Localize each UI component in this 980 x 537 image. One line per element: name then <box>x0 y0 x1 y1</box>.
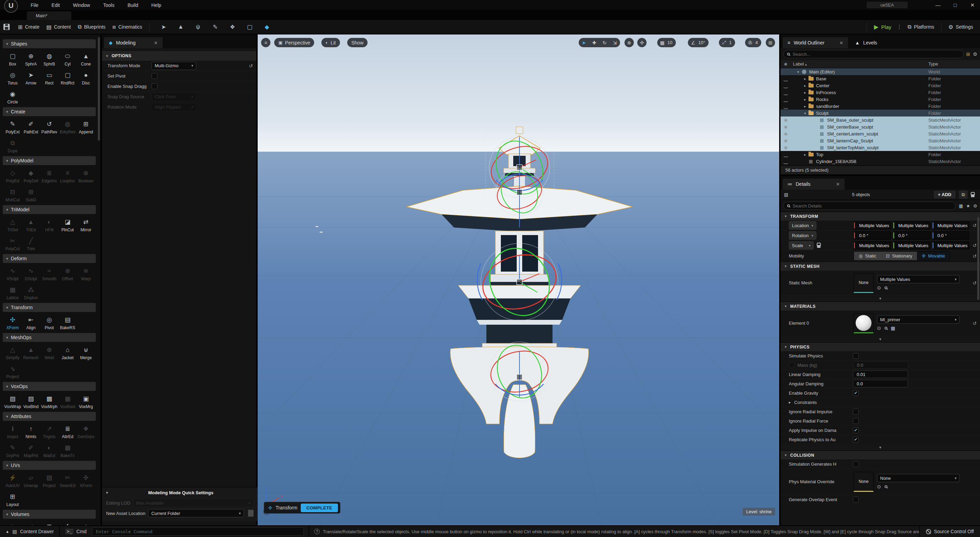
actor-label[interactable]: Top <box>814 152 928 157</box>
tool-rndrct[interactable]: ▢RndRct <box>59 71 77 86</box>
angle-snap-value[interactable]: 10° <box>698 40 709 45</box>
tab-world-outliner[interactable]: ≡ World Outliner ✕ <box>783 37 848 48</box>
tool-rect[interactable]: ▭Rect <box>40 71 58 86</box>
property-checkbox[interactable] <box>853 409 859 414</box>
chevron-down-icon[interactable]: ▾ <box>785 264 787 269</box>
tool-merge[interactable]: ⊎Merge <box>77 345 95 360</box>
material-dropdown[interactable]: MI_primer▾ <box>877 316 960 323</box>
visibility-eye-icon[interactable] <box>784 84 788 88</box>
tool-msh2col[interactable]: ✦Msh2Col <box>77 522 95 525</box>
level-viewport[interactable]: z x y ≡ ▣ Perspective ◐ Lit Show ➤ ✚ ↻ ⇲… <box>258 35 779 525</box>
actor-label[interactable]: sandBorder <box>814 104 928 109</box>
visibility-eye-icon[interactable] <box>784 145 788 150</box>
use-selected-icon[interactable]: ⊙ <box>877 285 881 290</box>
texture-checker-icon[interactable]: ▦ <box>891 325 895 331</box>
play-button[interactable]: ▶ Play <box>870 22 894 32</box>
section-expander[interactable]: ▾ <box>781 336 980 342</box>
palette-section-header[interactable]: ▾VoxOps <box>3 382 96 391</box>
tab-main-level[interactable]: Main* <box>27 11 71 20</box>
tool-pinspct[interactable]: ℹPInspct <box>59 522 77 525</box>
tool-circle[interactable]: ◉Circle <box>3 89 22 104</box>
outliner-row[interactable]: Top Folder <box>781 151 980 158</box>
tool-torus[interactable]: ◎Torus <box>3 71 22 86</box>
perspective-dropdown[interactable]: ▣ Perspective <box>274 38 314 47</box>
outliner-row[interactable]: Sculpt Folder <box>781 110 980 116</box>
tool-mirror[interactable]: ⇄Mirror <box>77 217 95 232</box>
menu-edit[interactable]: Edit <box>45 0 67 10</box>
tool-plncut[interactable]: ◪PlnCut <box>59 217 77 232</box>
property-checkbox[interactable] <box>853 353 859 359</box>
lock-icon[interactable] <box>971 194 975 197</box>
reset-icon[interactable]: ↺ <box>249 63 253 69</box>
outliner-row[interactable]: Base Folder <box>781 75 980 82</box>
palette-scrollbar[interactable] <box>98 37 100 141</box>
close-icon[interactable]: ✕ <box>836 182 840 187</box>
expand-arrow-icon[interactable] <box>804 104 806 108</box>
rotation-z-input[interactable]: 0.0 ° <box>932 231 970 239</box>
property-input[interactable]: 0.01 <box>853 371 908 378</box>
world-local-toggle-icon[interactable]: ⊕ <box>625 38 634 47</box>
visibility-eye-icon[interactable] <box>784 97 788 102</box>
use-selected-icon[interactable]: ⊙ <box>877 484 881 489</box>
tool-attred[interactable]: ≣AttrEd <box>59 424 77 439</box>
grid-snap-icon[interactable]: ▦ <box>657 38 668 47</box>
property-input[interactable]: 0.0 <box>853 380 908 387</box>
tab-modeling[interactable]: ◆ Modeling ✕ <box>104 37 162 48</box>
property-checkbox[interactable] <box>853 427 859 433</box>
actor-label[interactable]: Sculpt <box>814 111 928 116</box>
reset-icon[interactable]: ↺ <box>972 243 977 248</box>
view-mode-dropdown[interactable]: ◐ Lit <box>321 38 340 47</box>
static-mesh-dropdown[interactable]: Multiple Values▾ <box>877 275 960 283</box>
outliner-row[interactable]: ▤ SM_centerBase_sculpt StaticMeshActor <box>781 123 980 130</box>
visibility-eye-icon[interactable] <box>784 104 788 108</box>
palette-section-header[interactable]: ▾TriModel <box>3 205 96 214</box>
expand-arrow-icon[interactable] <box>804 84 806 88</box>
editor-mode-button[interactable]: ➤ <box>158 22 169 32</box>
close-button[interactable]: ✕ <box>965 1 980 10</box>
browse-icon[interactable] <box>885 485 887 488</box>
close-icon[interactable]: ✕ <box>840 40 843 46</box>
expand-arrow-icon[interactable] <box>804 91 806 94</box>
tool-sphra[interactable]: ⊕SphrA <box>22 52 40 67</box>
mobility-movable[interactable]: ✣Movable <box>917 252 950 260</box>
create-button[interactable]: ⊞ Create <box>14 22 43 32</box>
outliner-row[interactable]: ▤ SM_centerLantern_sculpt StaticMeshActo… <box>781 130 980 137</box>
location-x-input[interactable]: Multiple Values <box>854 221 891 229</box>
move-tool-icon[interactable]: ✚ <box>589 38 599 47</box>
minimize-button[interactable]: — <box>931 1 945 10</box>
visibility-eye-icon[interactable] <box>784 132 788 136</box>
chevron-down-icon[interactable]: ▾ <box>785 453 787 457</box>
outliner-row[interactable]: ▤ SM_lanternCap_Sculpt StaticMeshActor <box>781 137 980 144</box>
tool-voxblnd[interactable]: ▨VoxBlnd <box>22 394 40 409</box>
phys-material-thumbnail[interactable]: None <box>854 472 873 492</box>
section-expander[interactable]: ▾ <box>781 295 980 301</box>
scale-snap-icon[interactable]: ⤢ <box>719 38 729 47</box>
rotation-y-input[interactable]: 0.0 ° <box>893 231 931 239</box>
reset-icon[interactable]: ↺ <box>972 253 977 259</box>
tab-levels[interactable]: ▲ Levels <box>850 37 888 48</box>
palette-section-header[interactable]: ▾Deform <box>3 254 96 263</box>
actor-label[interactable]: SM_Base_outer_sculpt <box>825 118 928 123</box>
chevron-down-icon[interactable]: ▾ <box>785 304 787 309</box>
outliner-row[interactable]: sandBorder Folder <box>781 103 980 110</box>
rotation-dropdown[interactable]: Rotation▾ <box>789 231 816 239</box>
expand-arrow-icon[interactable] <box>804 77 806 81</box>
details-scrollbar[interactable] <box>977 217 979 300</box>
tool-arrow[interactable]: ➤Arrow <box>22 71 40 86</box>
scale-x-input[interactable]: Multiple Values <box>854 241 891 250</box>
folder-color-swatch[interactable] <box>248 510 253 517</box>
scale-z-input[interactable]: Multiple Values <box>932 241 970 250</box>
menu-build[interactable]: Build <box>121 0 145 10</box>
actor-label[interactable]: Main (Editor) <box>807 69 928 75</box>
scale-snap-value[interactable]: 1 <box>729 40 735 45</box>
expand-arrow-icon[interactable] <box>804 97 806 101</box>
tool-nrmls[interactable]: ↑Nrmls <box>22 424 40 439</box>
source-control-button[interactable]: Source Control Off <box>919 526 980 537</box>
complete-button[interactable]: COMPLETE <box>301 504 337 512</box>
angle-snap-icon[interactable]: ∠ <box>688 38 698 47</box>
outliner-row[interactable]: Main (Editor) World <box>781 68 980 75</box>
tool-pathext[interactable]: ✐PathExt <box>22 120 40 134</box>
camera-icon[interactable]: ✇ <box>745 38 756 47</box>
menu-window[interactable]: Window <box>67 0 97 10</box>
editor-mode-button[interactable]: ◆ <box>261 22 273 32</box>
